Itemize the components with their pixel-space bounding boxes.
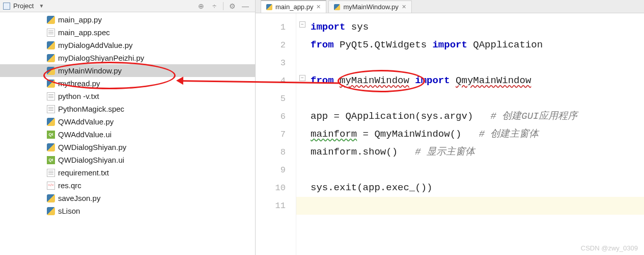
watermark: CSDN @zwy_0309 <box>581 244 638 252</box>
line-number: 6 <box>256 108 286 125</box>
editor-tab[interactable]: main_app.py✕ <box>261 0 326 13</box>
code-line <box>311 54 644 72</box>
project-header: Project ▼ ⊕ ÷ ⚙ — <box>0 0 255 12</box>
tree-item-label: python -v.txt <box>58 92 99 100</box>
collapse-icon[interactable]: ÷ <box>210 2 219 11</box>
project-tree[interactable]: main_app.pymain_app.specmyDialogAddValue… <box>0 12 255 255</box>
py-file-icon <box>47 67 55 75</box>
tree-item[interactable]: myMainWindow.py <box>0 64 255 77</box>
tree-item[interactable]: QWAddValue.py <box>0 115 255 128</box>
code-area[interactable]: import sysfrom PyQt5.QtWidgets import QA… <box>296 13 644 255</box>
tree-item[interactable]: myDialogShiyanPeizhi.py <box>0 52 255 64</box>
tree-item-label: QWAddValue.py <box>58 117 114 126</box>
line-number: 2 <box>256 36 286 54</box>
tree-item-label: QWAddValue.ui <box>58 130 111 139</box>
code-line: sys.exit(app.exec_()) <box>311 179 644 197</box>
tree-item[interactable]: PythonMagick.spec <box>0 103 255 115</box>
code-line: from myMainWindow import QmyMainWindow <box>311 72 644 90</box>
project-view-selector[interactable]: Project ▼ <box>3 2 44 10</box>
gear-icon[interactable]: ⚙ <box>228 2 237 11</box>
code-line: from PyQt5.QtWidgets import QApplication <box>311 36 644 54</box>
tree-item[interactable]: main_app.py <box>0 13 255 26</box>
project-label-text: Project <box>13 2 34 10</box>
separator <box>223 2 223 10</box>
project-icon <box>3 3 10 10</box>
close-icon[interactable]: ✕ <box>402 4 406 10</box>
py-file-icon <box>47 54 55 62</box>
code-line: mainform.show() # 显示主窗体 <box>311 143 644 161</box>
tab-label: main_app.py <box>275 3 313 11</box>
locate-icon[interactable]: ⊕ <box>197 2 206 11</box>
tree-item[interactable]: myDialogAddValue.py <box>0 39 255 52</box>
editor-tabs: main_app.py✕myMainWindow.py✕ <box>256 0 644 13</box>
tree-item-label: myDialogShiyanPeizhi.py <box>58 54 144 62</box>
tree-item-label: mythread.py <box>58 79 100 88</box>
line-number: 4 <box>256 72 286 90</box>
fold-icon[interactable]: − <box>299 75 305 81</box>
tree-item-label: sLison <box>58 207 80 215</box>
ui-file-icon: Qt <box>47 131 55 139</box>
tree-item[interactable]: requirement.txt <box>0 166 255 179</box>
py-file-icon <box>47 143 55 151</box>
qrc-file-icon <box>47 182 55 190</box>
line-number: 10 <box>256 179 286 197</box>
tree-item[interactable]: res.qrc <box>0 179 255 192</box>
tree-item-label: PythonMagick.spec <box>58 105 124 113</box>
tree-item[interactable]: QWDialogShiyan.py <box>0 141 255 154</box>
line-number: 5 <box>256 90 286 108</box>
code-line: app = QApplication(sys.argv) # 创建GUI应用程序 <box>311 108 644 125</box>
py-file-icon <box>334 4 340 10</box>
tree-item-label: QWDialogShiyan.py <box>58 143 126 151</box>
fold-icon[interactable]: − <box>299 21 305 28</box>
tree-item[interactable]: main_app.spec <box>0 26 255 39</box>
editor: 1234567891011 import sysfrom PyQt5.QtWid… <box>256 13 644 255</box>
line-number: 3 <box>256 54 286 72</box>
code-line: import sys <box>311 18 644 36</box>
tree-item[interactable]: saveJson.py <box>0 192 255 205</box>
line-number: 7 <box>256 125 286 143</box>
py-file-icon <box>47 16 55 24</box>
code-line: mainform = QmyMainWindow() # 创建主窗体 <box>311 125 644 143</box>
txt-file-icon <box>47 169 55 177</box>
tree-item-label: myDialogAddValue.py <box>58 41 132 49</box>
code-line <box>296 197 644 215</box>
project-tool-window: Project ▼ ⊕ ÷ ⚙ — main_app.pymain_app.sp… <box>0 0 256 255</box>
txt-file-icon <box>47 92 55 100</box>
editor-tab[interactable]: myMainWindow.py✕ <box>328 1 411 13</box>
tab-label: myMainWindow.py <box>343 3 398 11</box>
tree-item[interactable]: mythread.py <box>0 77 255 90</box>
py-file-icon <box>47 118 55 126</box>
tree-item[interactable]: QtQWAddValue.ui <box>0 128 255 141</box>
hide-icon[interactable]: — <box>241 2 250 11</box>
close-icon[interactable]: ✕ <box>316 4 321 10</box>
spec-file-icon <box>47 105 55 113</box>
spec-file-icon <box>47 29 55 37</box>
py-file-icon <box>47 194 55 202</box>
py-file-icon <box>266 4 272 10</box>
line-number: 8 <box>256 143 286 161</box>
tree-item-label: myMainWindow.py <box>58 66 122 75</box>
py-file-icon <box>47 41 55 49</box>
tree-item-label: requirement.txt <box>58 168 109 177</box>
gutter: 1234567891011 <box>256 13 296 255</box>
tree-item-label: res.qrc <box>58 181 81 190</box>
ui-file-icon: Qt <box>47 156 55 164</box>
tree-item[interactable]: sLison <box>0 205 255 217</box>
tree-item-label: saveJson.py <box>58 194 100 202</box>
line-number: 11 <box>256 197 286 215</box>
line-number: 1 <box>256 18 286 36</box>
code-line <box>311 161 644 179</box>
editor-panel: main_app.py✕myMainWindow.py✕ 12345678910… <box>256 0 644 255</box>
chevron-down-icon: ▼ <box>39 3 44 9</box>
tree-item-label: main_app.spec <box>58 28 110 37</box>
tree-item[interactable]: python -v.txt <box>0 90 255 103</box>
py-file-icon <box>47 207 55 215</box>
py-file-icon <box>47 80 55 88</box>
tree-item-label: QWDialogShiyan.ui <box>58 156 124 164</box>
tree-item-label: main_app.py <box>58 15 102 24</box>
tree-item[interactable]: QtQWDialogShiyan.ui <box>0 154 255 166</box>
line-number: 9 <box>256 161 286 179</box>
code-line <box>311 90 644 108</box>
